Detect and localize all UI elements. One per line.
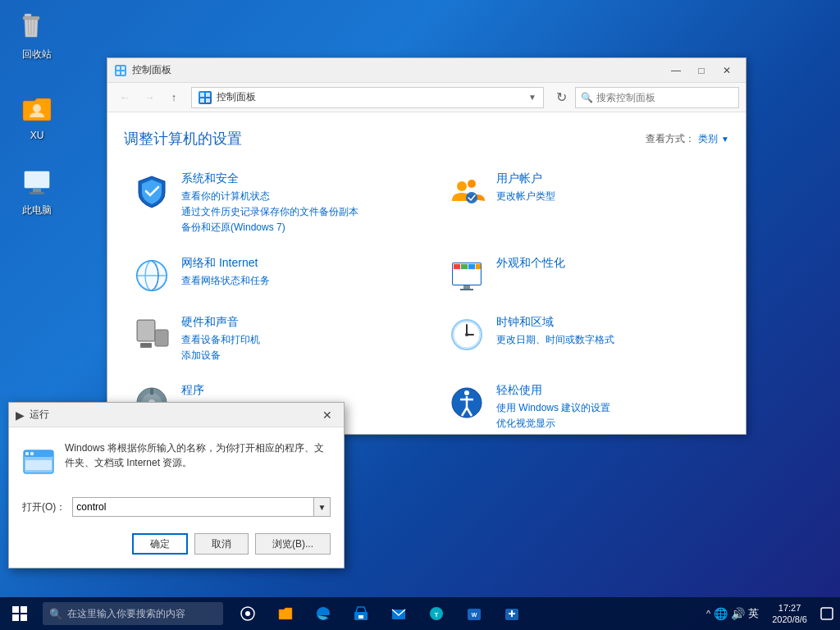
up-button[interactable]: ↑ xyxy=(163,87,185,108)
svg-rect-11 xyxy=(116,66,120,70)
back-button[interactable]: ← xyxy=(114,87,135,108)
run-cancel-button[interactable]: 取消 xyxy=(194,533,249,555)
taskbar-search-placeholder: 在这里输入你要搜索的内容 xyxy=(67,607,185,621)
svg-text:T: T xyxy=(435,611,439,619)
view-mode: 查看方式： 类别 ▼ xyxy=(646,132,729,146)
svg-point-20 xyxy=(468,180,476,188)
hardware-name[interactable]: 硬件和声音 xyxy=(181,315,414,330)
task-view-button[interactable] xyxy=(230,597,266,630)
network-text: 网络和 Internet 查看网络状态和任务 xyxy=(181,256,414,289)
file-history-link[interactable]: 通过文件历史记录保存你的文件备份副本 xyxy=(181,204,414,220)
system-status-link[interactable]: 查看你的计算机状态 xyxy=(181,189,414,204)
svg-rect-7 xyxy=(25,171,49,188)
run-close-button[interactable]: ✕ xyxy=(317,407,337,423)
svg-rect-13 xyxy=(116,71,120,75)
system-security-name[interactable]: 系统和安全 xyxy=(181,171,414,186)
desktop-icon-recycle-bin[interactable]: 回收站 xyxy=(8,8,66,65)
svg-rect-18 xyxy=(206,98,210,103)
appearance-icon xyxy=(447,256,486,295)
run-input-row: 打开(O)： ▼ xyxy=(9,497,344,527)
run-browse-button[interactable]: 浏览(B)... xyxy=(255,533,331,555)
svg-point-25 xyxy=(137,261,167,290)
search-input[interactable] xyxy=(596,92,733,103)
minimize-button[interactable]: — xyxy=(664,62,688,79)
svg-rect-14 xyxy=(121,71,125,75)
category-appearance[interactable]: 外观和个性化 xyxy=(447,249,729,302)
category-user-accounts[interactable]: 用户帐户 更改帐户类型 xyxy=(447,165,729,243)
date-time-link[interactable]: 更改日期、时间或数字格式 xyxy=(496,332,729,348)
view-mode-value[interactable]: 类别 xyxy=(698,132,718,146)
category-network[interactable]: 网络和 Internet 查看网络状态和任务 xyxy=(132,249,414,302)
svg-rect-53 xyxy=(25,452,29,455)
network-links: 查看网络状态和任务 xyxy=(181,273,414,289)
add-device-link[interactable]: 添加设备 xyxy=(181,348,414,363)
svg-text:W: W xyxy=(472,612,477,618)
view-mode-dropdown-icon[interactable]: ▼ xyxy=(721,135,729,144)
network-name[interactable]: 网络和 Internet xyxy=(181,256,414,271)
run-confirm-button[interactable]: 确定 xyxy=(132,533,188,555)
category-ease-access[interactable]: 轻松使用 使用 Windows 建议的设置 优化视觉显示 xyxy=(447,377,729,434)
taskbar-time[interactable]: 17:27 2020/8/6 xyxy=(765,602,814,625)
store-button[interactable] xyxy=(343,597,379,630)
edge-button[interactable] xyxy=(305,597,341,630)
taskbar-search[interactable]: 🔍 在这里输入你要搜索的内容 xyxy=(43,602,223,625)
svg-rect-37 xyxy=(155,330,168,346)
run-dropdown-button[interactable]: ▼ xyxy=(314,497,331,517)
category-grid: 系统和安全 查看你的计算机状态 通过文件历史记录保存你的文件备份副本 备份和还原… xyxy=(124,165,729,434)
clock-name[interactable]: 时钟和区域 xyxy=(496,315,729,330)
category-hardware[interactable]: 硬件和声音 查看设备和打印机 添加设备 xyxy=(132,308,414,370)
forward-button[interactable]: → xyxy=(139,87,160,108)
user-accounts-icon xyxy=(447,171,486,211)
view-devices-link[interactable]: 查看设备和打印机 xyxy=(181,332,414,348)
windows-recommend-link[interactable]: 使用 Windows 建议的设置 xyxy=(496,400,729,416)
taskbar-app3[interactable] xyxy=(494,597,530,630)
tray-chevron[interactable]: ^ xyxy=(706,609,710,619)
start-button[interactable] xyxy=(0,597,39,630)
programs-name[interactable]: 程序 xyxy=(181,383,414,398)
svg-rect-56 xyxy=(12,606,19,613)
tray-volume-icon[interactable]: 🔊 xyxy=(731,607,745,620)
notification-button[interactable] xyxy=(814,597,840,630)
network-status-link[interactable]: 查看网络状态和任务 xyxy=(181,273,414,289)
run-dialog-description: Windows 将根据你所输入的名称，为你打开相应的程序、文件夹、文档或 Int… xyxy=(65,441,331,470)
file-explorer-button[interactable] xyxy=(267,597,304,630)
svg-rect-57 xyxy=(21,606,27,613)
content-title: 调整计算机的设置 xyxy=(124,129,242,148)
change-account-type-link[interactable]: 更改帐户类型 xyxy=(496,189,729,204)
user-accounts-name[interactable]: 用户帐户 xyxy=(496,171,729,186)
category-clock[interactable]: 时钟和区域 更改日期、时间或数字格式 xyxy=(447,308,729,370)
desktop-icon-computer[interactable]: 此电脑 xyxy=(8,164,66,221)
svg-rect-72 xyxy=(821,608,833,619)
close-button[interactable]: ✕ xyxy=(714,62,739,79)
refresh-button[interactable]: ↻ xyxy=(550,87,572,108)
svg-point-5 xyxy=(33,104,41,112)
svg-rect-16 xyxy=(206,93,210,97)
svg-rect-1 xyxy=(23,16,39,20)
taskbar-app1[interactable]: T xyxy=(418,597,454,630)
svg-rect-8 xyxy=(33,189,41,192)
window-content: 调整计算机的设置 查看方式： 类别 ▼ 系统和安全 xyxy=(107,112,746,434)
tray-lang-label[interactable]: 英 xyxy=(748,606,759,621)
computer-icon xyxy=(21,167,53,200)
desktop-icon-user[interactable]: XU xyxy=(8,90,66,144)
address-bar-icon xyxy=(199,91,212,104)
taskbar-tray: ^ 🌐 🔊 英 xyxy=(700,606,765,621)
backup-restore-link[interactable]: 备份和还原(Windows 7) xyxy=(181,220,414,235)
hardware-links: 查看设备和打印机 添加设备 xyxy=(181,332,414,363)
appearance-name[interactable]: 外观和个性化 xyxy=(496,256,729,271)
svg-rect-54 xyxy=(30,452,34,455)
address-bar[interactable]: 控制面板 ▼ xyxy=(191,87,544,108)
ease-access-name[interactable]: 轻松使用 xyxy=(496,383,729,398)
address-dropdown-icon[interactable]: ▼ xyxy=(528,93,536,102)
taskbar-app2[interactable]: W xyxy=(456,597,492,630)
category-system-security[interactable]: 系统和安全 查看你的计算机状态 通过文件历史记录保存你的文件备份副本 备份和还原… xyxy=(132,165,414,243)
run-command-input[interactable] xyxy=(72,497,314,517)
control-panel-titlebar: 控制面板 — □ ✕ xyxy=(107,58,746,83)
control-panel-window: 控制面板 — □ ✕ ← → ↑ 控制面板 ▼ ↻ 🔍 xyxy=(107,57,746,435)
mail-button[interactable] xyxy=(381,597,417,630)
system-security-text: 系统和安全 查看你的计算机状态 通过文件历史记录保存你的文件备份副本 备份和还原… xyxy=(181,171,414,236)
optimize-visual-link[interactable]: 优化视觉显示 xyxy=(496,416,729,431)
maximize-button[interactable]: □ xyxy=(689,62,714,79)
taskbar-clock: 17:27 xyxy=(778,602,801,614)
tray-network-icon[interactable]: 🌐 xyxy=(714,607,728,620)
